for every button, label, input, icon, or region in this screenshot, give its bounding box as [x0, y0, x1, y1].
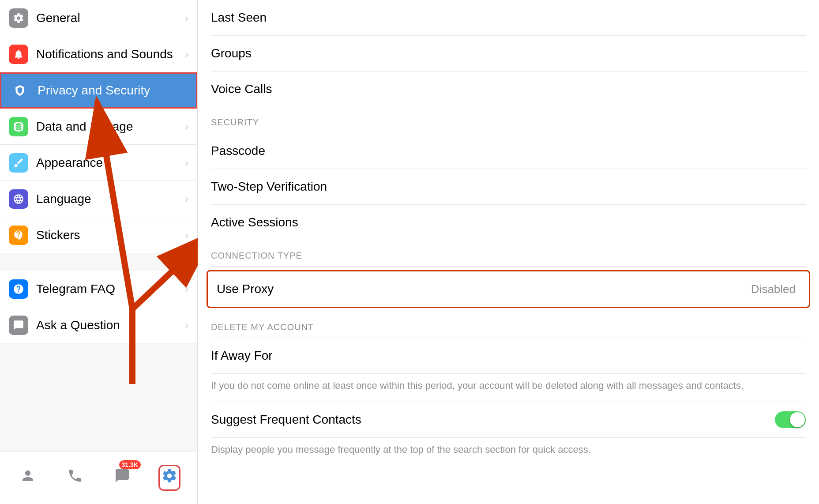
divider	[211, 266, 806, 267]
voice-calls-row[interactable]: Voice Calls	[198, 71, 819, 107]
delete-section-header: DELETE MY ACCOUNT	[198, 312, 819, 338]
sidebar-item-data-label: Data and Storage	[36, 120, 185, 134]
notifications-icon	[9, 45, 28, 64]
groups-row[interactable]: Groups	[198, 36, 819, 71]
ask-icon	[9, 316, 28, 335]
sidebar-item-appearance[interactable]: Appearance ›	[0, 145, 197, 181]
suggest-contacts-label: Suggest Frequent Contacts	[211, 413, 775, 427]
last-seen-row[interactable]: Last Seen	[198, 0, 819, 35]
connection-section-header: CONNECTION TYPE	[198, 240, 819, 266]
use-proxy-value: Disabled	[751, 282, 796, 296]
sidebar-item-stickers-label: Stickers	[36, 228, 185, 242]
chevron-icon: ›	[185, 229, 188, 241]
sidebar-item-general[interactable]: General ›	[0, 0, 197, 36]
use-proxy-row-wrapper: Use Proxy Disabled	[207, 270, 810, 308]
if-away-label: If Away For	[211, 349, 806, 363]
if-away-description: If you do not come online at least once …	[198, 374, 819, 402]
sidebar-item-ask[interactable]: Ask a Question ›	[0, 307, 197, 343]
stickers-icon	[9, 226, 28, 245]
general-icon	[9, 8, 28, 28]
sidebar-item-appearance-label: Appearance	[36, 156, 185, 170]
bottom-btn-messages[interactable]: 31.3K	[100, 458, 144, 498]
sidebar-item-language-label: Language	[36, 192, 185, 206]
profile-icon	[20, 468, 36, 488]
sidebar-item-privacy-label: Privacy and Security	[38, 83, 187, 98]
passcode-label: Passcode	[211, 144, 806, 158]
sidebar: General › Notifications and Sounds › Pri…	[0, 0, 198, 504]
privacy-icon	[10, 81, 30, 100]
sidebar-item-language[interactable]: Language ›	[0, 181, 197, 217]
sidebar-item-notifications[interactable]: Notifications and Sounds ›	[0, 36, 197, 72]
main-content: Last Seen Groups Voice Calls SECURITY Pa…	[198, 0, 819, 504]
voice-calls-label: Voice Calls	[211, 82, 806, 96]
chevron-icon: ›	[185, 12, 188, 24]
chevron-icon: ›	[185, 283, 188, 295]
settings-icon	[162, 468, 177, 488]
sidebar-item-data[interactable]: Data and Storage ›	[0, 109, 197, 145]
suggest-contacts-toggle[interactable]	[775, 411, 806, 428]
appearance-icon	[9, 153, 28, 173]
use-proxy-label: Use Proxy	[217, 282, 751, 296]
settings-btn-box	[158, 465, 180, 491]
sidebar-item-general-label: General	[36, 11, 185, 25]
suggest-contacts-row[interactable]: Suggest Frequent Contacts	[198, 402, 819, 437]
passcode-row[interactable]: Passcode	[198, 133, 819, 169]
chevron-icon: ›	[185, 193, 188, 205]
sidebar-item-faq[interactable]: Telegram FAQ ›	[0, 271, 197, 307]
suggest-contacts-description: Display people you message frequently at…	[198, 438, 819, 466]
language-icon	[9, 189, 28, 209]
active-sessions-label: Active Sessions	[211, 215, 806, 229]
security-section-header: SECURITY	[198, 107, 819, 133]
sidebar-item-privacy[interactable]: Privacy and Security	[0, 72, 197, 109]
bottom-nav: 31.3K	[0, 451, 197, 504]
last-seen-label: Last Seen	[211, 11, 806, 25]
calls-icon	[67, 468, 83, 488]
toggle-knob	[790, 412, 805, 427]
groups-label: Groups	[211, 46, 806, 60]
sidebar-nav: General › Notifications and Sounds › Pri…	[0, 0, 197, 451]
data-icon	[9, 117, 28, 136]
bottom-btn-profile[interactable]	[6, 458, 50, 498]
sidebar-item-ask-label: Ask a Question	[36, 318, 185, 332]
sidebar-gap	[0, 253, 197, 271]
chevron-icon: ›	[185, 157, 188, 169]
chevron-icon: ›	[185, 48, 188, 60]
chevron-icon: ›	[185, 319, 188, 331]
messages-icon	[114, 468, 130, 488]
faq-icon	[9, 279, 28, 299]
two-step-row[interactable]: Two-Step Verification	[198, 169, 819, 204]
if-away-row[interactable]: If Away For	[198, 338, 819, 373]
sidebar-item-faq-label: Telegram FAQ	[36, 282, 185, 296]
bottom-btn-calls[interactable]	[53, 458, 97, 498]
use-proxy-row[interactable]: Use Proxy Disabled	[208, 271, 809, 307]
messages-badge: 31.3K	[119, 460, 141, 469]
chevron-icon: ›	[185, 120, 188, 133]
sidebar-item-notifications-label: Notifications and Sounds	[36, 47, 185, 61]
sidebar-item-stickers[interactable]: Stickers ›	[0, 217, 197, 253]
two-step-label: Two-Step Verification	[211, 180, 806, 194]
active-sessions-row[interactable]: Active Sessions	[198, 205, 819, 240]
bottom-btn-settings[interactable]	[147, 458, 192, 498]
